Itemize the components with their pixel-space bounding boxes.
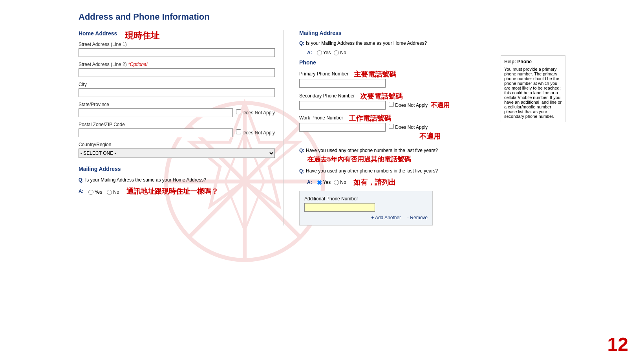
annotation-current-address: 現時住址 [125,30,159,42]
mailing-address-right-section: Mailing Address Q: Is your Mailing Addre… [299,30,565,55]
mailing-no-right[interactable]: No [334,50,346,55]
additional-phone-label: Additional Phone Number [304,196,428,202]
street1-label: Street Address (Line 1) [79,42,275,47]
page-title: Address and Phone Information [79,12,565,22]
other-phones-q2-block: Q: Have you used any other phone numbers… [299,168,497,174]
secondary-dna-checkbox[interactable] [389,102,394,107]
annotation-primary-phone: 主要電話號碼 [354,70,396,79]
mailing-yes-radio-right[interactable] [317,50,322,55]
state-field: State/Province Does Not Apply [79,102,275,117]
mailing-address-right-title: Mailing Address [299,30,565,36]
work-phone-label: Work Phone Number [299,115,343,121]
home-address-section: Home Address 現時住址 Street Address (Line 1… [79,30,275,158]
add-another-link[interactable]: + Add Another [371,215,401,220]
primary-phone-input[interactable] [299,79,386,88]
mailing-q-text-right: Is your Mailing Address the same as your… [306,40,427,46]
work-phone-input[interactable] [299,123,386,132]
add-remove-row: + Add Another - Remove [304,215,428,220]
additional-phone-box: Additional Phone Number + Add Another - … [299,191,433,226]
other-phones-q2-text: Have you used any other phone numbers in… [306,168,438,174]
additional-phone-input[interactable] [304,203,375,212]
mailing-yes-right[interactable]: Yes [317,50,331,55]
mailing-q-block-right: Q: Is your Mailing Address the same as y… [299,40,565,46]
other-phones-q2-qlabel: Q: [299,168,304,174]
annotation-work-phone: 工作電話號碼 [349,114,391,123]
postal-label: Postal Zone/ZIP Code [79,122,275,127]
page-number: 12 [607,334,628,355]
home-address-title: Home Address [79,30,117,37]
street2-input[interactable] [79,68,275,77]
other-phones-yes-radio[interactable] [317,180,322,185]
other-phones-yes[interactable]: Yes [317,180,331,185]
street2-label: Street Address (Line 2) *Optional [79,62,275,67]
left-column: Home Address 現時住址 Street Address (Line 1… [79,30,283,226]
mailing-yes-radio-left[interactable] [88,190,93,195]
annotation-other-phones: 在過去5年內有否用過其他電話號碼 [307,156,411,163]
annotation-work-dna: 不適用 [419,132,441,140]
mailing-no-left[interactable]: No [107,189,119,195]
annotation-secondary-phone: 次要電話號碼 [360,92,402,101]
annotation-secondary-dna: 不適用 [431,101,450,110]
country-select[interactable]: - SELECT ONE - [79,148,275,158]
street2-field: Street Address (Line 2) *Optional [79,62,275,77]
state-input[interactable] [79,108,233,117]
mailing-q-text-left: Is your Mailing Address the same as your… [85,177,206,183]
city-label: City [79,82,275,87]
help-text: You must provide a primary phone number.… [504,67,562,119]
state-label: State/Province [79,102,275,107]
other-phones-q1-block: Q: Have you used any other phone numbers… [299,147,497,164]
mailing-address-left-section: Mailing Address Q: Is your Mailing Addre… [79,166,275,196]
other-phones-q1-qlabel: Q: [299,148,304,153]
a-label-right: A: [307,50,312,55]
mailing-address-left-title: Mailing Address [79,166,275,172]
help-title: Help: Phone [504,59,562,64]
q-label-right: Q: [299,40,304,46]
annotation-mailing-same: 通訊地址跟現時住址一樣嗎？ [126,187,218,196]
mailing-no-radio-right[interactable] [334,50,339,55]
annotation-if-yes: 如有，請列出 [353,178,396,187]
country-field: Country/Region - SELECT ONE - [79,142,275,158]
primary-phone-label: Primary Phone Number [299,71,348,77]
mailing-no-radio-left[interactable] [107,190,112,195]
secondary-phone-label: Secondary Phone Number [299,93,355,99]
other-phones-no[interactable]: No [334,180,346,185]
work-phone-field: Work Phone Number 工作電話號碼 Does Not Apply [299,114,497,141]
state-dna-checkbox-label[interactable]: Does Not Apply [236,109,275,116]
remove-link[interactable]: - Remove [407,215,428,220]
mailing-q-block-left: Q: Is your Mailing Address the same as y… [79,177,275,183]
phone-section: Phone Primary Phone Number 主要電話號碼 [299,55,497,226]
city-field: City [79,82,275,97]
secondary-phone-field: Secondary Phone Number 次要電話號碼 Does Not A… [299,92,497,110]
primary-phone-field: Primary Phone Number 主要電話號碼 [299,70,497,88]
country-label: Country/Region [79,142,275,147]
secondary-dna-checkbox-label[interactable]: Does Not Apply [389,102,428,108]
street1-field: Street Address (Line 1) [79,42,275,57]
other-phones-q1-text: Have you used any other phone numbers in… [306,148,438,153]
postal-input[interactable] [79,128,233,137]
q-label-left: Q: [79,177,84,183]
secondary-phone-input[interactable] [299,101,386,110]
street1-input[interactable] [79,48,275,57]
right-column: Mailing Address Q: Is your Mailing Addre… [283,30,565,226]
city-input[interactable] [79,88,275,97]
postal-dna-checkbox-label[interactable]: Does Not Apply [236,129,275,136]
postal-field: Postal Zone/ZIP Code Does Not Apply [79,122,275,137]
work-dna-checkbox[interactable] [389,124,394,129]
state-dna-checkbox[interactable] [236,109,241,114]
phone-help-wrapper: Phone Primary Phone Number 主要電話號碼 [299,55,565,226]
other-phones-no-radio[interactable] [334,180,339,185]
phone-section-title: Phone [299,59,497,66]
help-box: Help: Phone You must provide a primary p… [501,55,565,122]
a-label-left: A: [79,189,84,194]
mailing-yes-left[interactable]: Yes [88,189,102,195]
postal-dna-checkbox[interactable] [236,129,241,134]
other-phones-a-label: A: [307,180,312,185]
work-dna-checkbox-label[interactable]: Does Not Apply [389,124,428,130]
